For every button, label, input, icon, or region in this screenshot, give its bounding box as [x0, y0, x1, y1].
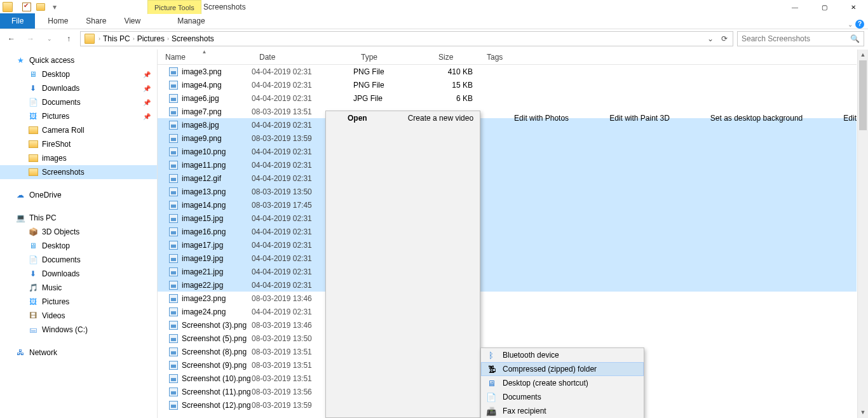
col-type[interactable]: Type: [353, 50, 431, 64]
ctx-edit-paint3d[interactable]: Edit with Paint 3D: [588, 111, 689, 125]
file-row[interactable]: image10.png04-04-2019 02:31: [158, 145, 857, 158]
crumb-sep-icon[interactable]: ›: [97, 36, 102, 42]
close-button[interactable]: ✕: [839, 0, 868, 14]
scroll-down-icon[interactable]: ▼: [858, 407, 868, 418]
file-row[interactable]: image21.jpg04-04-2019 02:31: [158, 265, 857, 278]
nav-thispc[interactable]: 💻This PC: [0, 211, 157, 225]
image-file-icon: [169, 401, 178, 410]
qat-properties[interactable]: [20, 1, 33, 13]
nav-network[interactable]: 🖧Network: [0, 346, 157, 360]
file-row[interactable]: image17.jpg04-04-2019 02:31: [158, 238, 857, 252]
vertical-scrollbar[interactable]: ▲ ▼: [857, 50, 868, 418]
app-icon[interactable]: [3, 2, 13, 12]
nav-quick-access[interactable]: ★Quick access: [0, 53, 157, 67]
file-row[interactable]: image12.gif04-04-2019 02:31: [158, 172, 857, 185]
col-name[interactable]: ▲Name: [158, 50, 252, 64]
file-row[interactable]: image22.jpg04-04-2019 02:31: [158, 278, 857, 292]
file-row[interactable]: image13.png08-03-2019 13:50: [158, 185, 857, 198]
nav-pictures2[interactable]: 🖼Pictures: [0, 295, 157, 309]
ctx-open[interactable]: Open: [326, 111, 386, 125]
sendto-bluetooth[interactable]: ᛒBluetooth device: [481, 348, 644, 362]
file-row[interactable]: image19.jpg04-04-2019 02:31: [158, 252, 857, 265]
minimize-button[interactable]: —: [780, 0, 810, 14]
nav-back-button[interactable]: ←: [4, 31, 19, 46]
nav-fireshot[interactable]: FireShot: [0, 137, 157, 151]
address-bar[interactable]: › This PC › Pictures › Screenshots ⌄ ⟳: [80, 31, 733, 46]
file-row[interactable]: image24.png04-04-2019 02:31: [158, 305, 857, 318]
nav-up-button[interactable]: ↑: [61, 31, 76, 46]
image-file-icon: [169, 334, 178, 343]
nav-cdrive[interactable]: 🖴Windows (C:): [0, 323, 157, 337]
file-row[interactable]: image6.jpg04-04-2019 02:31JPG File6 KB: [158, 91, 857, 105]
nav-screenshots[interactable]: Screenshots: [0, 165, 157, 179]
qat-customize[interactable]: ▾: [48, 1, 61, 13]
file-row[interactable]: image3.png04-04-2019 02:31PNG File410 KB: [158, 65, 857, 78]
nav-recent-button[interactable]: ⌄: [42, 31, 57, 46]
tab-view[interactable]: View: [115, 13, 149, 29]
nav-documents2[interactable]: 📄Documents: [0, 253, 157, 267]
tab-file[interactable]: File: [0, 13, 35, 29]
sendto-desktop-shortcut[interactable]: 🖥Desktop (create shortcut): [481, 376, 644, 390]
nav-onedrive[interactable]: ☁OneDrive: [0, 188, 157, 202]
file-size: 15 KB: [431, 81, 479, 90]
nav-videos[interactable]: 🎞Videos: [0, 309, 157, 323]
crumb-sep-icon[interactable]: ›: [132, 36, 136, 42]
ctx-edit-photos[interactable]: Edit with Photos: [492, 111, 588, 125]
crumb-screenshots[interactable]: Screenshots: [170, 34, 215, 43]
nav-images[interactable]: images: [0, 151, 157, 165]
contextual-tab-label: Picture Tools: [147, 0, 201, 14]
file-name: image24.png: [182, 307, 226, 316]
scroll-up-icon[interactable]: ▲: [858, 50, 868, 60]
file-name: image9.png: [182, 134, 222, 143]
nav-label: Screenshots: [42, 168, 85, 177]
search-icon[interactable]: 🔍: [850, 34, 860, 43]
nav-music[interactable]: 🎵Music: [0, 281, 157, 295]
ribbon-expand-icon[interactable]: ⌄: [848, 21, 853, 28]
sendto-compressed-folder[interactable]: 🗜Compressed (zipped) folder: [481, 362, 644, 376]
nav-desktop[interactable]: 🖥Desktop📌: [0, 67, 157, 81]
file-row[interactable]: Screenshot (5).png08-03-2019 13:50: [158, 332, 857, 345]
crumb-pictures[interactable]: Pictures: [136, 34, 166, 43]
col-tags[interactable]: Tags: [479, 50, 857, 64]
file-row[interactable]: image23.png08-03-2019 13:46: [158, 292, 857, 305]
sendto-documents[interactable]: 📄Documents: [481, 390, 644, 404]
file-row[interactable]: Screenshot (3).png08-03-2019 13:46: [158, 318, 857, 332]
refresh-icon[interactable]: ⟳: [717, 34, 731, 43]
maximize-button[interactable]: ▢: [810, 0, 839, 14]
file-name: image22.jpg: [182, 281, 223, 290]
tab-home[interactable]: Home: [39, 13, 77, 29]
nav-downloads2[interactable]: ⬇Downloads: [0, 267, 157, 281]
ctx-set-wallpaper[interactable]: Set as desktop background: [689, 111, 822, 125]
file-name: Screenshot (11).png: [182, 388, 251, 396]
nav-3dobjects[interactable]: 📦3D Objects: [0, 225, 157, 239]
nav-documents[interactable]: 📄Documents📌: [0, 95, 157, 109]
col-date[interactable]: Date: [252, 50, 353, 64]
sendto-fax[interactable]: 📠Fax recipient: [481, 404, 644, 418]
nav-downloads[interactable]: ⬇Downloads📌: [0, 81, 157, 95]
file-name: image7.png: [182, 107, 222, 116]
tab-share[interactable]: Share: [77, 13, 115, 29]
crumb-sep-icon[interactable]: ›: [166, 36, 170, 42]
nav-desktop2[interactable]: 🖥Desktop: [0, 239, 157, 253]
col-size[interactable]: Size: [431, 50, 479, 64]
file-name: image21.jpg: [182, 267, 223, 276]
file-name: image11.png: [182, 161, 226, 170]
ctx-create-video[interactable]: Create a new video: [386, 111, 492, 125]
crumb-thispc[interactable]: This PC: [102, 34, 132, 43]
ctx-edit[interactable]: Edit: [822, 111, 868, 125]
help-icon[interactable]: ?: [855, 20, 864, 29]
tab-manage[interactable]: Manage: [168, 13, 214, 29]
file-row[interactable]: image9.png08-03-2019 13:59: [158, 131, 857, 145]
file-row[interactable]: image4.png04-04-2019 02:31PNG File15 KB: [158, 78, 857, 91]
address-history-icon[interactable]: ⌄: [703, 34, 717, 43]
nav-pictures[interactable]: 🖼Pictures📌: [0, 109, 157, 123]
file-row[interactable]: image14.png08-03-2019 17:45: [158, 198, 857, 212]
file-row[interactable]: image15.jpg04-04-2019 02:31: [158, 212, 857, 225]
file-row[interactable]: image16.png04-04-2019 02:31: [158, 225, 857, 238]
nav-cameraroll[interactable]: Camera Roll: [0, 123, 157, 137]
nav-forward-button[interactable]: →: [23, 31, 38, 46]
qat-newfolder[interactable]: [34, 1, 47, 13]
file-row[interactable]: image11.png04-04-2019 02:31: [158, 158, 857, 172]
nav-label: Downloads: [42, 269, 79, 278]
search-input[interactable]: Search Screenshots 🔍: [737, 31, 864, 46]
